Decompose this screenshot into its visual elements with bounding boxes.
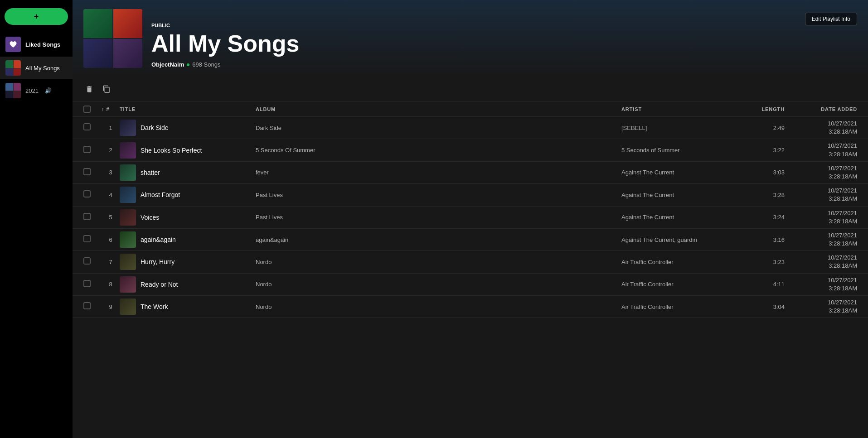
sidebar-item-all-my-songs[interactable]: All My Songs (0, 57, 73, 79)
col-album-header[interactable]: ALBUM (256, 106, 621, 113)
number-label: # (106, 106, 109, 112)
row-checkbox-cell[interactable] (83, 235, 102, 244)
col-title-header[interactable]: TITLE (120, 106, 256, 113)
table-row[interactable]: 8 Ready or Not Nordo Air Traffic Control… (73, 274, 868, 296)
row-title: The Work (141, 303, 168, 310)
row-album-art (120, 187, 136, 203)
row-title-cell: Hurry, Hurry (120, 254, 256, 270)
row-length: 3:28 (748, 192, 785, 198)
playlist-meta: ObjectNaim 698 Songs (151, 61, 796, 68)
row-date-added: 10/27/20213:28:18AM (785, 231, 857, 248)
all-my-songs-thumb (5, 60, 21, 76)
row-date-added: 10/27/20213:28:18AM (785, 142, 857, 158)
liked-songs-label: Liked Songs (25, 41, 60, 48)
row-length: 3:22 (748, 147, 785, 154)
row-album-art (120, 298, 136, 315)
row-artist: Air Traffic Controller (621, 259, 748, 265)
row-artist: Air Traffic Controller (621, 303, 748, 310)
sidebar-item-2021-label: 2021 (25, 87, 39, 94)
sidebar-item-liked-songs[interactable]: Liked Songs (0, 32, 73, 57)
row-checkbox[interactable] (83, 168, 91, 175)
row-artist: 5 Seconds of Summer (621, 147, 748, 154)
table-row[interactable]: 6 again&again again&again Against The Cu… (73, 229, 868, 251)
row-checkbox[interactable] (83, 280, 91, 287)
row-artist: Against The Current (621, 192, 748, 198)
col-date-header[interactable]: DATE ADDED (785, 106, 857, 113)
copy-button[interactable] (101, 83, 112, 95)
row-number: 6 (102, 236, 120, 243)
toolbar (73, 77, 868, 102)
col-number-header: ↑ # (102, 106, 120, 113)
row-title: shatter (141, 169, 160, 176)
table-header-row: ↑ # TITLE ALBUM ARTIST LENGTH DATE ADDED (73, 102, 868, 117)
row-artist: Against The Current (621, 169, 748, 176)
row-checkbox-cell[interactable] (83, 123, 102, 132)
row-title-cell: The Work (120, 298, 256, 315)
row-checkbox-cell[interactable] (83, 302, 102, 311)
row-album: Past Lives (256, 214, 621, 221)
row-checkbox[interactable] (83, 257, 91, 265)
row-date-added: 10/27/20213:28:18AM (785, 276, 857, 293)
row-number: 4 (102, 192, 120, 198)
row-title-cell: again&again (120, 231, 256, 248)
copy-icon (102, 85, 111, 93)
row-checkbox[interactable] (83, 190, 91, 197)
row-title-cell: Voices (120, 209, 256, 226)
playlist-info: PUBLIC All My Songs ObjectNaim 698 Songs (151, 23, 796, 68)
table-row[interactable]: 3 shatter fever Against The Current 3:03… (73, 162, 868, 184)
row-checkbox[interactable] (83, 213, 91, 220)
table-row[interactable]: 9 The Work Nordo Air Traffic Controller … (73, 296, 868, 318)
row-checkbox[interactable] (83, 302, 91, 309)
table-row[interactable]: 1 Dark Side Dark Side [SEBELL] 2:49 10/2… (73, 117, 868, 139)
delete-button[interactable] (83, 83, 95, 95)
row-length: 2:49 (748, 125, 785, 131)
row-album: Past Lives (256, 192, 621, 198)
row-date-added: 10/27/20213:28:18AM (785, 209, 857, 226)
row-checkbox[interactable] (83, 123, 91, 130)
row-title-cell: Dark Side (120, 120, 256, 136)
status-dot (187, 63, 189, 66)
playlist-title: All My Songs (151, 31, 796, 57)
table-body: 1 Dark Side Dark Side [SEBELL] 2:49 10/2… (73, 117, 868, 318)
playlist-header: PUBLIC All My Songs ObjectNaim 698 Songs… (73, 0, 868, 77)
row-checkbox-cell[interactable] (83, 213, 102, 222)
row-album: again&again (256, 236, 621, 243)
row-title-cell: shatter (120, 164, 256, 181)
row-checkbox[interactable] (83, 146, 91, 153)
row-number: 1 (102, 125, 120, 131)
row-checkbox-cell[interactable] (83, 280, 102, 289)
row-album-art (120, 209, 136, 226)
select-all-checkbox[interactable] (83, 106, 91, 113)
row-checkbox-cell[interactable] (83, 257, 102, 266)
row-album-art (120, 164, 136, 181)
row-artist: Against The Current (621, 214, 748, 221)
row-title: Voices (141, 214, 159, 221)
sidebar-item-2021[interactable]: 2021 🔊 (0, 79, 73, 102)
playlist-cover-art (83, 9, 142, 68)
row-number: 8 (102, 281, 120, 288)
table-row[interactable]: 2 She Looks So Perfect 5 Seconds Of Summ… (73, 139, 868, 161)
sort-arrow: ↑ (102, 106, 104, 112)
volume-icon: 🔊 (45, 87, 52, 94)
edit-playlist-button[interactable]: Edit Playlist Info (805, 13, 857, 25)
col-artist-header[interactable]: ARTIST (621, 106, 748, 113)
trash-icon (85, 85, 93, 93)
row-title: She Looks So Perfect (141, 147, 202, 154)
row-date-added: 10/27/20213:28:18AM (785, 164, 857, 181)
row-checkbox[interactable] (83, 235, 91, 242)
row-checkbox-cell[interactable] (83, 146, 102, 155)
table-row[interactable]: 7 Hurry, Hurry Nordo Air Traffic Control… (73, 251, 868, 273)
add-button[interactable]: + (5, 8, 68, 25)
row-checkbox-cell[interactable] (83, 190, 102, 199)
row-title-cell: Almost Forgot (120, 187, 256, 203)
row-length: 4:11 (748, 281, 785, 288)
song-count: 698 Songs (192, 61, 220, 68)
row-title: again&again (141, 236, 176, 243)
table-row[interactable]: 5 Voices Past Lives Against The Current … (73, 207, 868, 229)
row-title-cell: She Looks So Perfect (120, 142, 256, 159)
row-title: Hurry, Hurry (141, 258, 175, 265)
col-length-header[interactable]: LENGTH (748, 106, 785, 113)
row-checkbox-cell[interactable] (83, 168, 102, 177)
table-row[interactable]: 4 Almost Forgot Past Lives Against The C… (73, 184, 868, 206)
row-album-art (120, 231, 136, 248)
